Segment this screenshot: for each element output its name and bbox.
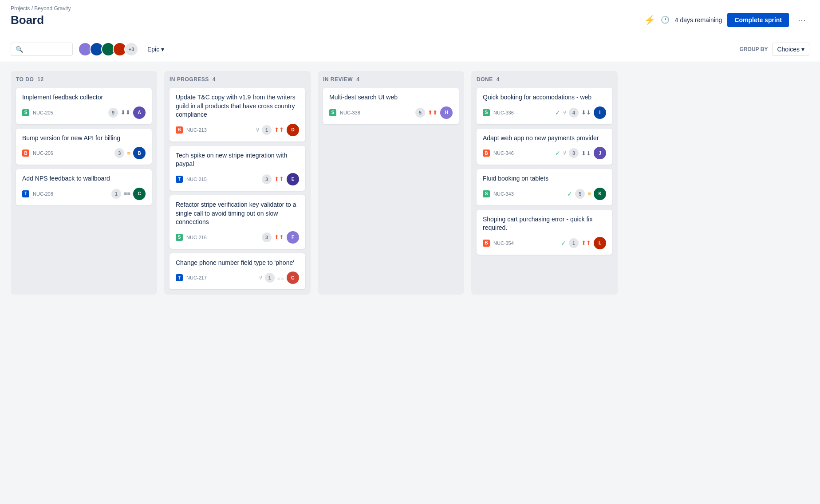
card-title-todo-2: Add NPS feedback to wallboard	[22, 174, 146, 183]
card-footer-inprogress-1: T NUC-215 3⬆⬆E	[176, 173, 299, 185]
card-left-todo-0: S NUC-205	[22, 109, 53, 116]
priority-high-icon: ⬆⬆	[274, 176, 284, 182]
priority-low2-icon: ≡≡	[277, 275, 284, 281]
card-done-1[interactable]: Adapt web app no new payments provider B…	[477, 129, 612, 165]
search-box[interactable]: 🔍	[11, 43, 73, 56]
issue-id-done-0: NUC-336	[493, 110, 514, 115]
column-count-inprogress: 4	[213, 76, 216, 83]
card-right-inprogress-0: ⑂1⬆⬆D	[256, 124, 299, 136]
column-title-done: DONE	[477, 76, 493, 83]
card-avatar-done-2: K	[594, 188, 606, 200]
card-title-done-0: Quick booking for accomodations - web	[483, 93, 606, 102]
complete-sprint-button[interactable]: Complete sprint	[727, 13, 789, 27]
issue-id-inprogress-3: NUC-217	[186, 275, 207, 280]
issue-id-done-1: NUC-346	[493, 150, 514, 156]
card-todo-2[interactable]: Add NPS feedback to wallboard T NUC-208 …	[16, 169, 152, 205]
card-right-todo-1: 3≡B	[114, 147, 146, 159]
card-todo-1[interactable]: Bump version for new API for billing B N…	[16, 129, 152, 165]
priority-medium-icon: ≡	[587, 190, 591, 197]
card-left-done-0: S NUC-336	[483, 109, 514, 116]
avatar-count[interactable]: +3	[124, 42, 138, 56]
badge-inprogress-0: 1	[262, 125, 272, 135]
epic-label: Epic	[147, 46, 159, 53]
badge-inprogress-1: 3	[262, 174, 272, 184]
card-avatar-todo-0: A	[133, 106, 146, 119]
card-footer-done-2: S NUC-343 ✓5≡K	[483, 188, 606, 200]
card-right-todo-2: 1≡≡C	[111, 188, 146, 200]
card-right-done-2: ✓5≡K	[567, 188, 606, 200]
choices-chevron-icon: ▾	[801, 46, 804, 53]
card-left-done-3: B NUC-354	[483, 240, 514, 247]
card-inprogress-2[interactable]: Refactor stripe verification key validat…	[170, 195, 305, 249]
card-avatar-inprogress-3: G	[287, 272, 299, 284]
priority-medium-icon: ≡	[127, 150, 130, 157]
card-avatar-inprogress-0: D	[287, 124, 299, 136]
card-title-inreview-0: Multi-dest search UI web	[329, 93, 453, 102]
choices-label: Choices	[777, 46, 800, 53]
epic-filter-button[interactable]: Epic ▾	[144, 43, 168, 55]
card-title-inprogress-1: Tech spike on new stripe integration wit…	[176, 151, 299, 169]
flash-icon: ⚡	[644, 15, 655, 25]
priority-high-icon: ⬆⬆	[428, 109, 438, 116]
column-count-todo: 12	[37, 76, 43, 83]
card-left-inreview-0: S NUC-338	[329, 109, 360, 116]
priority-low-icon: ⬇⬇	[581, 109, 591, 116]
column-header-inprogress: IN PROGRESS 4	[170, 76, 305, 83]
card-footer-todo-0: S NUC-205 9⬇⬇A	[22, 106, 146, 119]
badge-done-3: 1	[569, 238, 579, 248]
search-input[interactable]	[25, 46, 69, 53]
check-icon-done-1: ✓	[555, 150, 560, 157]
card-left-inprogress-0: B NUC-213	[176, 126, 207, 134]
priority-high-icon: ⬆⬆	[274, 126, 284, 133]
badge-inreview-0: 5	[415, 108, 425, 118]
column-inreview: IN REVIEW 4Multi-dest search UI web S NU…	[318, 71, 464, 295]
priority-high-icon: ⬆⬆	[274, 234, 284, 240]
card-title-done-2: Fluid booking on tablets	[483, 174, 606, 183]
badge-done-1: 3	[569, 148, 579, 158]
issue-type-task-icon: T	[176, 176, 183, 183]
branch-icon-inprogress-0: ⑂	[256, 127, 259, 133]
card-todo-0[interactable]: Implement feedback collector S NUC-205 9…	[16, 88, 152, 124]
card-left-inprogress-1: T NUC-215	[176, 176, 207, 183]
card-footer-done-3: B NUC-354 ✓1⬆⬆L	[483, 237, 606, 249]
branch-icon-done-1: ⑂	[563, 150, 566, 156]
card-footer-inprogress-0: B NUC-213 ⑂1⬆⬆D	[176, 124, 299, 136]
issue-type-story-icon: S	[176, 234, 183, 241]
issue-id-todo-0: NUC-205	[33, 110, 53, 115]
choices-dropdown-button[interactable]: Choices ▾	[772, 43, 809, 56]
badge-todo-0: 9	[108, 108, 118, 118]
column-header-inreview: IN REVIEW 4	[323, 76, 459, 83]
card-done-3[interactable]: Shoping cart purchasing error - quick fi…	[477, 210, 612, 255]
card-done-2[interactable]: Fluid booking on tablets S NUC-343 ✓5≡K	[477, 169, 612, 205]
priority-low2-icon: ≡≡	[124, 190, 130, 197]
card-inreview-0[interactable]: Multi-dest search UI web S NUC-338 5⬆⬆H	[323, 88, 459, 124]
issue-type-bug-icon: B	[483, 240, 490, 247]
card-title-inprogress-0: Update T&C copy with v1.9 from the write…	[176, 93, 299, 119]
top-bar: Projects / Beyond Gravity Board ⚡ 🕐 4 da…	[0, 0, 820, 37]
card-avatar-inprogress-2: F	[287, 231, 299, 244]
issue-type-bug-icon: B	[22, 150, 29, 157]
card-left-inprogress-2: S NUC-216	[176, 234, 207, 241]
card-left-todo-1: B NUC-206	[22, 150, 53, 157]
header-top-right: ⚡ 🕐 4 days remaining Complete sprint ⋯	[644, 13, 809, 27]
card-title-inprogress-2: Refactor stripe verification key validat…	[176, 201, 299, 227]
avatar-group: +3	[78, 42, 138, 56]
card-done-0[interactable]: Quick booking for accomodations - web S …	[477, 88, 612, 124]
priority-low-icon: ⬇⬇	[121, 109, 130, 116]
issue-id-inprogress-0: NUC-213	[186, 127, 207, 133]
card-inprogress-3[interactable]: Change phone number field type to 'phone…	[170, 253, 305, 290]
card-right-done-1: ✓⑂3⬇⬇J	[555, 147, 606, 159]
issue-id-done-2: NUC-343	[493, 191, 514, 197]
card-footer-todo-2: T NUC-208 1≡≡C	[22, 188, 146, 200]
card-inprogress-0[interactable]: Update T&C copy with v1.9 from the write…	[170, 88, 305, 142]
card-title-done-3: Shoping cart purchasing error - quick fi…	[483, 215, 606, 232]
card-avatar-done-3: L	[594, 237, 606, 249]
card-right-inprogress-3: ⑂1≡≡G	[259, 272, 299, 284]
column-todo: TO DO 12Implement feedback collector S N…	[11, 71, 157, 295]
card-footer-inreview-0: S NUC-338 5⬆⬆H	[329, 106, 453, 119]
breadcrumb: Projects / Beyond Gravity	[11, 5, 644, 12]
branch-icon-done-0: ⑂	[563, 110, 566, 116]
card-left-inprogress-3: T NUC-217	[176, 274, 207, 281]
card-inprogress-1[interactable]: Tech spike on new stripe integration wit…	[170, 146, 305, 191]
more-options-button[interactable]: ⋯	[794, 13, 809, 27]
